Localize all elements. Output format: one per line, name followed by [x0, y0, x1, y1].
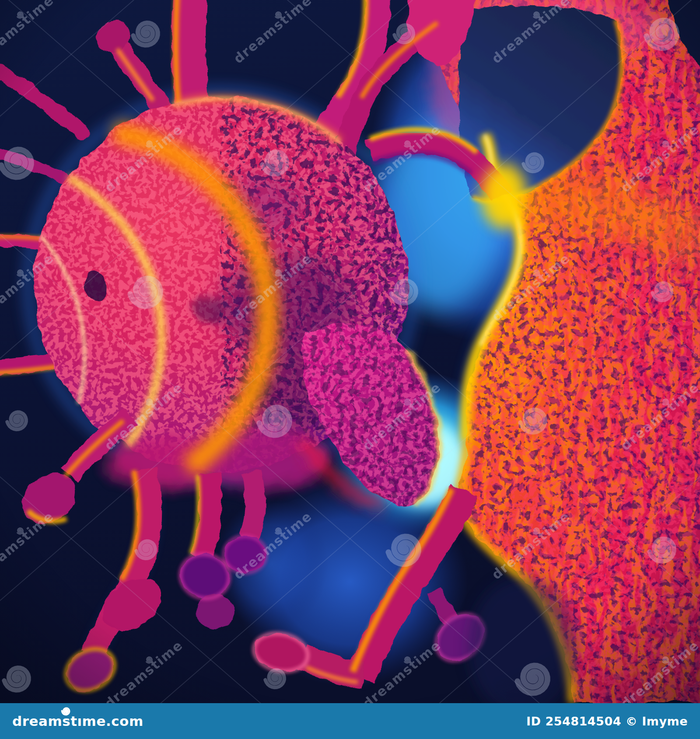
dreamstime-spiral-icon — [61, 706, 71, 716]
stock-photo-preview: dreamstimedreamstimedreamstimedreamstime… — [0, 0, 700, 739]
vignette — [0, 0, 700, 703]
dreamstime-logo: dreamstıme.com — [12, 713, 144, 729]
dreamstime-logo-text: dreamstıme.com — [12, 713, 144, 729]
microscopic-cells-image: dreamstimedreamstimedreamstimedreamstime… — [0, 0, 700, 703]
image-credit: ID 254814504 © Imyme — [526, 715, 688, 728]
watermark-footer-bar: dreamstıme.com ID 254814504 © Imyme — [0, 703, 700, 739]
